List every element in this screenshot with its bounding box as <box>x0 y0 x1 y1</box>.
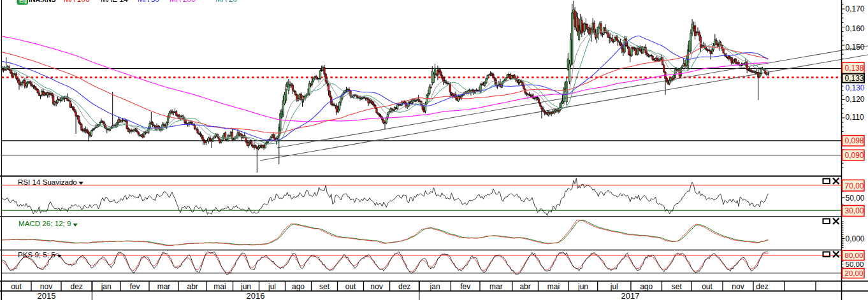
svg-text:0,098: 0,098 <box>845 136 864 145</box>
svg-text:RSI 14 Suavizado: RSI 14 Suavizado <box>18 178 77 186</box>
svg-text:0,090: 0,090 <box>845 151 864 160</box>
svg-text:2017: 2017 <box>621 291 640 300</box>
svg-text:MACD 26; 12; 9: MACD 26; 12; 9 <box>18 219 71 227</box>
svg-text:jul: jul <box>610 282 618 291</box>
svg-text:0,150: 0,150 <box>846 43 865 52</box>
svg-text:dez: dez <box>756 282 768 291</box>
svg-text:MA 20: MA 20 <box>215 0 237 4</box>
svg-text:50,00: 50,00 <box>846 261 864 268</box>
svg-text:ago: ago <box>640 282 653 291</box>
svg-text:set: set <box>672 282 683 291</box>
svg-text:jan: jan <box>430 282 440 291</box>
svg-text:set: set <box>319 282 330 291</box>
svg-text:abr: abr <box>519 282 530 291</box>
svg-text:2015: 2015 <box>38 291 56 300</box>
svg-text:0,170: 0,170 <box>846 4 865 13</box>
svg-text:Eq: Eq <box>19 0 27 4</box>
svg-text:nov: nov <box>732 282 744 291</box>
svg-text:80,00: 80,00 <box>845 252 864 259</box>
svg-text:jun: jun <box>577 282 588 291</box>
svg-text:MA 100: MA 100 <box>64 0 90 4</box>
svg-text:jul: jul <box>268 282 276 291</box>
svg-text:0,000: 0,000 <box>846 234 865 243</box>
svg-text:50,00: 50,00 <box>846 194 865 203</box>
svg-text:INA.XNS: INA.XNS <box>29 0 56 3</box>
svg-text:0,120: 0,120 <box>846 95 865 104</box>
svg-text:PKS 9; 5; 5: PKS 9; 5; 5 <box>18 250 55 259</box>
svg-text:dez: dez <box>398 282 410 291</box>
svg-text:ago: ago <box>292 282 305 291</box>
svg-text:dez: dez <box>71 282 83 291</box>
svg-text:30,00: 30,00 <box>845 206 864 215</box>
svg-text:MA 200: MA 200 <box>170 0 196 4</box>
svg-text:fev: fev <box>129 282 140 291</box>
svg-text:out: out <box>345 282 356 291</box>
svg-text:out: out <box>702 282 712 291</box>
svg-text:70,00: 70,00 <box>845 182 864 190</box>
svg-text:0,133: 0,133 <box>845 74 864 83</box>
svg-text:out: out <box>11 282 22 291</box>
svg-text:nov: nov <box>370 282 382 291</box>
svg-text:2016: 2016 <box>247 291 265 300</box>
svg-text:nov: nov <box>40 282 52 291</box>
svg-text:mai: mai <box>213 282 226 291</box>
svg-text:jun: jun <box>240 282 251 291</box>
svg-text:0,160: 0,160 <box>846 24 865 33</box>
svg-text:mai: mai <box>547 282 560 291</box>
svg-text:MA 50: MA 50 <box>138 0 159 4</box>
svg-text:jan: jan <box>101 282 112 291</box>
svg-text:0,138: 0,138 <box>845 64 864 73</box>
svg-text:abr: abr <box>187 282 198 291</box>
svg-text:20,00: 20,00 <box>845 269 864 277</box>
svg-text:mar: mar <box>489 282 503 291</box>
svg-text:MAE 14: MAE 14 <box>101 0 128 4</box>
svg-text:0,110: 0,110 <box>846 113 864 122</box>
svg-text:0,130: 0,130 <box>846 83 865 92</box>
svg-text:fev: fev <box>460 282 470 291</box>
svg-text:mar: mar <box>157 282 171 291</box>
